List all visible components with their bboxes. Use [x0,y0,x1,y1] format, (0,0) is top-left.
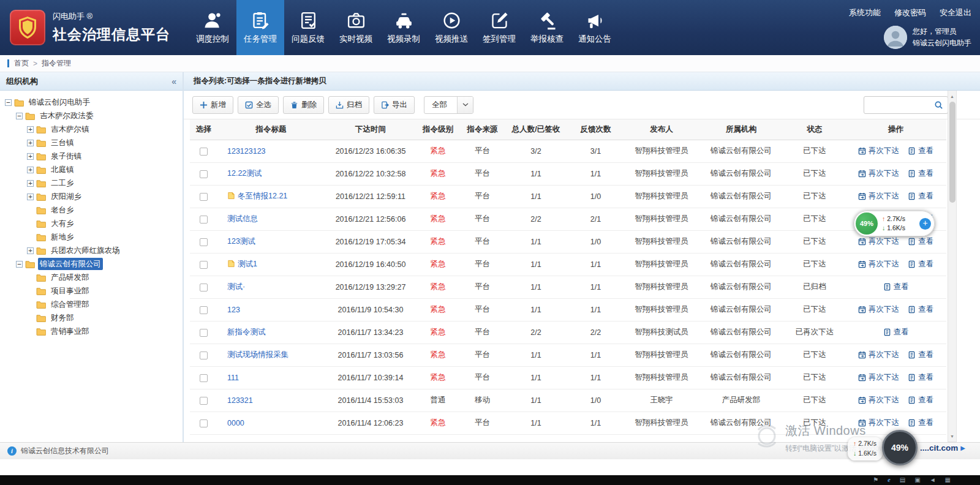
view-action-button[interactable]: 查看 [908,146,933,156]
command-title-link[interactable]: 0000 [227,419,244,427]
view-action-button[interactable]: 查看 [883,327,909,337]
expander-minus-icon[interactable]: − [16,261,23,268]
widget-add-button[interactable]: + [919,218,931,230]
resend-action-button[interactable]: 再次下达 [858,395,899,405]
command-title-link[interactable]: 111 [227,374,239,382]
row-checkbox[interactable] [200,397,208,405]
command-title-link[interactable]: 123测试 [227,237,255,246]
command-title-link[interactable]: 测试1 [238,260,257,268]
top-link-1[interactable]: 修改密码 [894,7,926,18]
resend-action-button[interactable]: 再次下达 [858,372,899,383]
row-checkbox[interactable] [200,193,208,201]
expander-plus-icon[interactable]: + [27,180,34,187]
bottom-speed-widget[interactable]: ↑ 2.7K/s ↓ 1.6K/s 49% [848,434,927,464]
row-checkbox[interactable] [200,261,208,269]
view-action-button[interactable]: 查看 [908,168,933,179]
tree-node[interactable]: +泉子街镇 [0,149,183,163]
scroll-down-arrow[interactable]: ▼ [948,432,956,440]
browser-icon[interactable]: e [888,477,890,483]
tree-node[interactable]: 项目事业部 [0,284,183,298]
command-title-link[interactable]: 测试信息 [227,214,258,223]
row-checkbox[interactable] [200,329,208,337]
tree-node[interactable]: +庆阳湖乡 [0,190,183,203]
delete-button[interactable]: 删除 [283,96,324,114]
nav-item-checkin[interactable]: 签到管理 [475,0,523,55]
resend-action-button[interactable]: 再次下达 [858,168,899,179]
resend-action-button[interactable]: 再次下达 [858,259,899,269]
view-action-button[interactable]: 查看 [908,418,933,428]
top-link-2[interactable]: 安全退出 [940,7,971,18]
view-action-button[interactable]: 查看 [908,304,933,315]
view-action-button[interactable]: 查看 [908,236,933,247]
view-action-button[interactable]: 查看 [883,282,909,292]
nav-item-video-push[interactable]: 视频推送 [428,0,475,55]
tree-node[interactable]: +三台镇 [0,136,183,149]
tree-node[interactable]: 综合管理部 [0,298,183,311]
row-checkbox[interactable] [200,374,208,382]
resend-action-button[interactable]: 再次下达 [858,304,899,315]
view-action-button[interactable]: 查看 [908,372,933,383]
row-checkbox[interactable] [200,238,208,246]
expander-plus-icon[interactable]: + [27,140,34,146]
user-info[interactable]: 您好，管理员 锦诚云创闪电助手 [884,26,971,49]
shield-icon[interactable]: ▣ [914,477,920,483]
resend-action-button[interactable]: 再次下达 [858,191,899,201]
view-action-button[interactable]: 查看 [908,350,933,360]
tree-node[interactable]: −锦诚云创有限公司 [0,257,183,271]
tray-icon[interactable]: ▦ [945,477,951,483]
scroll-thumb[interactable] [949,102,956,203]
tree-node[interactable]: 老台乡 [0,203,183,217]
command-title-link[interactable]: 12.22测试 [227,169,262,178]
command-title-link[interactable]: 测试· [227,282,245,291]
tree-node[interactable]: −锦诚云创闪电助手 [0,96,183,109]
expander-plus-icon[interactable]: + [27,247,34,254]
sidebar-collapse-button[interactable]: « [172,77,176,86]
command-title-link[interactable]: 新指令测试 [227,328,266,336]
select-all-button[interactable]: 全选 [238,96,279,114]
nav-item-announce[interactable]: 通知公告 [571,0,619,55]
expander-plus-icon[interactable]: + [27,194,34,200]
nav-item-feedback[interactable]: 问题反馈 [284,0,332,55]
resend-action-button[interactable]: 再次下达 [858,350,899,360]
row-checkbox[interactable] [200,419,208,427]
row-checkbox[interactable] [200,216,208,224]
command-title-link[interactable]: 123 [227,306,240,314]
tree-node[interactable]: 营销事业部 [0,325,183,338]
archive-button[interactable]: 归档 [328,96,369,114]
nav-item-live-video[interactable]: 实时视频 [332,0,380,55]
scroll-up-arrow[interactable]: ▲ [948,92,956,100]
network-speed-widget[interactable]: 49% ↑ 2.7K/s ↓ 1.6K/s + [854,211,935,236]
pin-icon[interactable]: ⚑ [873,477,878,483]
top-link-0[interactable]: 系统功能 [849,7,881,18]
resend-action-button[interactable]: 再次下达 [858,418,899,428]
row-checkbox[interactable] [200,170,208,178]
grid-icon[interactable]: ▤ [900,477,905,483]
add-button[interactable]: 新增 [192,96,233,114]
tree-node[interactable]: +兵团农六师红旗农场 [0,244,183,257]
view-action-button[interactable]: 查看 [908,259,933,269]
expander-plus-icon[interactable]: + [27,153,34,160]
expander-minus-icon[interactable]: − [5,99,12,106]
speaker-icon[interactable]: ◄ [930,477,936,483]
vertical-scrollbar[interactable]: ▲ ▼ [948,91,957,442]
expander-minus-icon[interactable]: − [16,113,23,119]
tree-node[interactable]: 产品研发部 [0,271,183,284]
expander-plus-icon[interactable]: + [27,167,34,173]
command-title-link[interactable]: 测试现场情报采集 [227,350,288,359]
status-filter-select[interactable]: 全部 [424,96,473,114]
command-title-link[interactable]: 123321 [227,396,253,405]
expander-plus-icon[interactable]: + [27,126,34,133]
view-action-button[interactable]: 查看 [908,395,933,405]
site-link[interactable]: ....cit.com ▶ [920,443,965,453]
row-checkbox[interactable] [200,352,208,359]
tree-node[interactable]: +北庭镇 [0,163,183,176]
breadcrumb-home[interactable]: 首页 [14,58,29,69]
nav-item-report-check[interactable]: 举报核查 [523,0,571,55]
tree-node[interactable]: +二工乡 [0,176,183,190]
export-button[interactable]: 导出 [374,96,415,114]
row-checkbox[interactable] [200,306,208,314]
tree-node[interactable]: 财务部 [0,311,183,325]
tree-node[interactable]: −吉木萨尔政法委 [0,109,183,122]
view-action-button[interactable]: 查看 [908,191,933,201]
search-button[interactable] [929,97,948,113]
